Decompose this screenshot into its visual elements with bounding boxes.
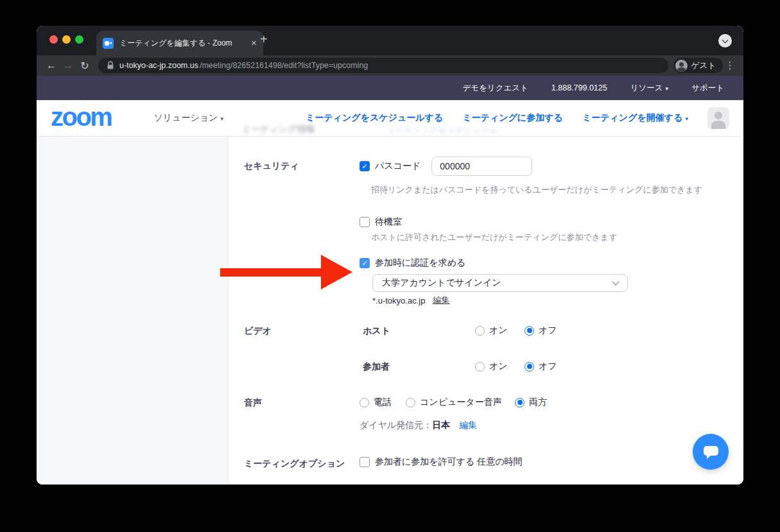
waiting-room-checkbox[interactable] — [360, 217, 370, 227]
minimize-window-button[interactable] — [62, 35, 71, 44]
passcode-label: パスコード — [375, 160, 420, 172]
support-link[interactable]: サポート — [691, 83, 724, 94]
tab-close-icon[interactable]: ✕ — [251, 39, 257, 47]
passcode-help-text: 招待リンクまたはパスコードを持っているユーザーだけがミーティングに参加できます — [371, 184, 702, 196]
auth-domain-row: *.u-tokyo.ac.jp 編集 — [372, 295, 449, 306]
waiting-room-row: 待機室 — [360, 216, 402, 228]
chat-support-button[interactable] — [693, 434, 729, 470]
auth-method-select[interactable]: 大学アカウントでサインイン — [372, 274, 628, 292]
arrow-shaft — [220, 268, 322, 277]
video-host-off-option[interactable]: オフ — [524, 325, 557, 336]
auth-domain-edit-link[interactable]: 編集 — [433, 295, 449, 306]
join-anytime-row: 参加者に参加を許可する 任意の時間 — [360, 456, 523, 468]
url-domain: u-tokyo-ac-jp.zoom.us — [119, 61, 198, 70]
radio-icon[interactable] — [524, 362, 534, 372]
require-auth-checkbox[interactable]: ✓ — [360, 258, 370, 268]
close-window-button[interactable] — [49, 35, 58, 44]
guest-avatar-icon — [675, 60, 688, 72]
arrow-head — [321, 255, 352, 289]
site-topbar: デモをリクエスト 1.888.799.0125 リソース▾ サポート — [37, 76, 743, 100]
chat-bubble-icon — [704, 446, 718, 456]
forward-icon[interactable]: → — [60, 60, 76, 71]
browser-menu-icon[interactable]: ⋮ — [723, 60, 737, 71]
require-auth-row: ✓ 参加時に認証を求める — [360, 257, 465, 269]
join-anytime-checkbox[interactable] — [360, 457, 370, 467]
chat-bubble-icon — [707, 455, 711, 459]
radio-icon[interactable] — [475, 326, 485, 336]
zoom-logo[interactable]: zoom — [51, 106, 111, 128]
video-participant-off-option[interactable]: オフ — [524, 361, 557, 372]
chevron-down-icon: ▾ — [220, 116, 223, 122]
passcode-checkbox[interactable]: ✓ — [360, 161, 370, 171]
chevron-down-icon: ▾ — [685, 116, 688, 122]
waiting-room-help-text: ホストに許可されたユーザーだけがミーティングに参加できます — [371, 232, 618, 243]
back-icon[interactable]: ← — [43, 60, 60, 71]
dial-edit-link[interactable]: 編集 — [459, 420, 477, 431]
browser-toolbar: ← → ↻ u-tokyo-ac-jp.zoom.us /meeting/826… — [37, 55, 743, 76]
page-content: セキュリティ ✓ パスコード 招待リンクまたはパスコードを持っているユーザーだけ… — [37, 136, 743, 485]
join-anytime-label: 参加者に参加を許可する 任意の時間 — [375, 456, 523, 468]
reload-icon[interactable]: ↻ — [76, 60, 93, 72]
zoom-favicon-icon — [103, 38, 114, 49]
solutions-menu[interactable]: ソリューション▾ — [153, 112, 223, 124]
check-icon: ✓ — [361, 163, 367, 170]
lock-icon — [107, 61, 114, 70]
url-path: /meeting/82652161498/edit?listType=upcom… — [200, 61, 368, 70]
video-participant-label: 参加者 — [363, 361, 390, 373]
radio-icon[interactable] — [406, 398, 415, 408]
profile-chip[interactable]: ゲスト — [673, 58, 723, 73]
radio-icon[interactable] — [515, 398, 524, 408]
meeting-options-section-label: ミーティングオプション — [244, 458, 345, 470]
dial-country: 日本 — [432, 420, 450, 431]
dial-from-label: ダイヤル発信元： — [360, 420, 432, 431]
radio-icon[interactable] — [524, 326, 534, 336]
header-nav: ミーティングをスケジュールする ミーティングに参加する ミーティングを開催する▾ — [306, 107, 729, 129]
host-meeting-menu[interactable]: ミーティングを開催する▾ — [582, 112, 688, 124]
window-controls — [49, 35, 83, 44]
video-host-on-option[interactable]: オン — [475, 325, 508, 336]
address-bar[interactable]: u-tokyo-ac-jp.zoom.us /meeting/826521614… — [98, 58, 668, 73]
chevron-down-icon: ▾ — [666, 85, 669, 92]
red-annotation-arrow — [220, 255, 352, 289]
passcode-row: ✓ パスコード — [360, 156, 532, 176]
new-tab-button[interactable]: + — [260, 33, 268, 46]
obscured-scrolled-text: ミーティング情報 — [242, 124, 315, 135]
require-auth-label: 参加時に認証を求める — [375, 257, 465, 269]
security-section-label: セキュリティ — [244, 160, 299, 172]
waiting-room-label: 待機室 — [375, 216, 402, 228]
phone-number: 1.888.799.0125 — [551, 83, 607, 92]
chevron-down-icon — [612, 278, 619, 285]
tab-title: ミーティングを編集する - Zoom — [119, 38, 245, 49]
radio-icon[interactable] — [360, 398, 369, 408]
resources-menu[interactable]: リソース▾ — [630, 83, 668, 94]
tab-search-button[interactable] — [718, 34, 732, 47]
browser-tab[interactable]: ミーティングを編集する - Zoom ✕ — [96, 31, 263, 55]
video-section-label: ビデオ — [244, 325, 272, 337]
join-meeting-link[interactable]: ミーティングに参加する — [462, 112, 563, 124]
audio-both-option[interactable]: 両方 — [515, 397, 547, 408]
user-avatar[interactable] — [707, 107, 729, 129]
browser-window: ミーティングを編集する - Zoom ✕ + ← → ↻ u-tokyo-ac-… — [37, 26, 743, 485]
auth-method-value: 大学アカウントでサインイン — [382, 277, 501, 289]
audio-section-label: 音声 — [244, 397, 262, 409]
passcode-input[interactable] — [431, 157, 532, 176]
tab-strip: ミーティングを編集する - Zoom ✕ + — [37, 26, 743, 55]
request-demo-link[interactable]: デモをリクエスト — [462, 83, 528, 94]
check-icon: ✓ — [361, 260, 367, 267]
dial-in-row: ダイヤル発信元： 日本 編集 — [360, 420, 477, 431]
radio-icon[interactable] — [475, 362, 485, 372]
video-participant-on-option[interactable]: オン — [475, 361, 508, 372]
audio-computer-option[interactable]: コンピューター音声 — [406, 397, 502, 408]
audio-phone-option[interactable]: 電話 — [360, 397, 392, 408]
site-header: zoom ソリューション▾ ミーティングをスケジュールする ミーティングに参加す… — [37, 100, 743, 136]
left-sidebar — [37, 137, 229, 485]
meeting-edit-form: セキュリティ ✓ パスコード 招待リンクまたはパスコードを持っているユーザーだけ… — [228, 137, 743, 485]
guest-label: ゲスト — [691, 60, 716, 71]
video-host-label: ホスト — [363, 325, 390, 337]
auth-domain-text: *.u-tokyo.ac.jp — [372, 296, 425, 305]
chevron-down-icon — [722, 37, 729, 44]
schedule-meeting-link[interactable]: ミーティングをスケジュールする — [306, 112, 443, 124]
fullscreen-window-button[interactable] — [75, 35, 83, 44]
